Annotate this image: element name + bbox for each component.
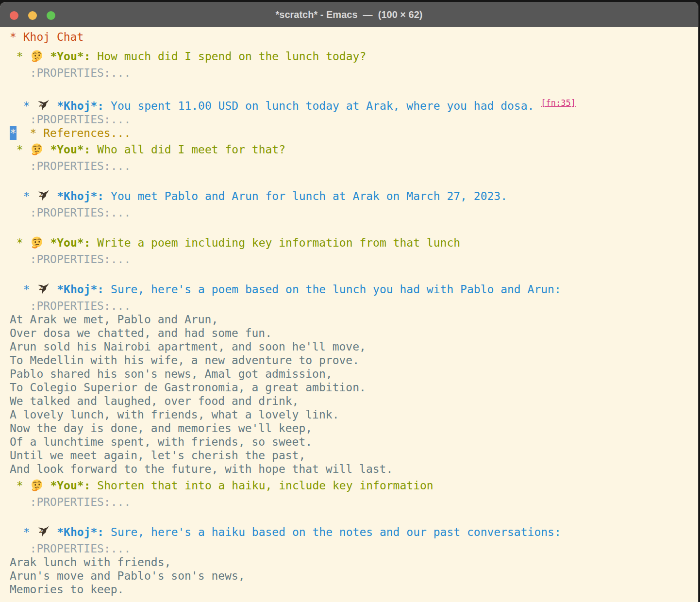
zoom-button[interactable] — [47, 11, 55, 20]
blank-line[interactable] — [10, 219, 698, 233]
text-segment: :PROPERTIES:... — [10, 113, 131, 126]
text-segment: :PROPERTIES:... — [10, 67, 131, 79]
eagle-emoji — [36, 189, 50, 202]
message-body-line[interactable]: Until we meet again, let's cherish the p… — [10, 449, 698, 462]
text-segment: :PROPERTIES:... — [10, 206, 131, 219]
khoj-message-heading[interactable]: * *Khoj*: You met Pablo and Arun for lun… — [10, 186, 698, 206]
text-segment: And look forward to the future, with hop… — [10, 463, 393, 475]
khoj-message-heading[interactable]: * *Khoj*: Sure, here's a haiku based on … — [10, 522, 698, 542]
text-segment: To Colegio Superior de Gastronomia, a gr… — [10, 381, 366, 394]
text-segment: :PROPERTIES:... — [10, 253, 131, 266]
text-segment: Arak lunch with friends, — [10, 556, 171, 569]
message-body-line[interactable]: Arun sold his Nairobi apartment, and soo… — [10, 340, 698, 353]
references-heading[interactable]: * * References... — [10, 126, 698, 140]
text-segment: We talked and laughed, over food and dri… — [10, 395, 299, 407]
close-button[interactable] — [10, 11, 18, 20]
text-segment: * — [10, 100, 36, 112]
message-body-line[interactable]: To Medellin with his wife, a new adventu… — [10, 353, 698, 367]
you-message-heading[interactable]: * *You*: Who all did I meet for that? — [10, 140, 698, 159]
text-segment: How much did I spend on the lunch today? — [91, 50, 367, 63]
properties-drawer-line[interactable]: :PROPERTIES:... — [10, 495, 698, 509]
properties-drawer-line[interactable]: :PROPERTIES:... — [10, 542, 698, 555]
footnote-link[interactable]: [fn:35] — [541, 98, 576, 108]
eagle-emoji — [36, 283, 50, 295]
blank-line[interactable] — [10, 266, 698, 280]
text-segment — [50, 100, 57, 112]
text-segment: Arun sold his Nairobi apartment, and soo… — [10, 340, 366, 353]
properties-drawer-line[interactable]: :PROPERTIES:... — [10, 206, 698, 219]
blank-line[interactable] — [10, 509, 698, 522]
message-body-line[interactable]: Arun's move and Pablo's son's news, — [10, 569, 698, 583]
blank-line[interactable] — [10, 173, 698, 186]
emacs-window: *scratch* - Emacs — (100 × 62) * Khoj Ch… — [0, 2, 699, 602]
minimize-button[interactable] — [28, 11, 37, 20]
you-message-heading[interactable]: * *You*: Write a poem including key info… — [10, 233, 698, 252]
message-body-line[interactable]: Arak lunch with friends, — [10, 555, 698, 569]
properties-drawer-line[interactable]: :PROPERTIES:... — [10, 113, 698, 126]
scratch-buffer[interactable]: * Khoj Chat * *You*: How much did I spen… — [0, 27, 698, 596]
message-body-line[interactable]: Now the day is done, and memories we'll … — [10, 421, 698, 435]
thinking-face-emoji — [30, 143, 44, 155]
khoj-speaker-label: *Khoj*: — [57, 100, 104, 112]
text-segment: To Medellin with his wife, a new adventu… — [10, 354, 359, 367]
text-segment: Of a lunchtime spent, with friends, so s… — [10, 435, 312, 448]
text-segment: Memories to keep. — [10, 583, 124, 596]
traffic-lights — [10, 11, 55, 20]
text-segment: * — [10, 50, 30, 63]
text-segment: You spent 11.00 USD on lunch today at Ar… — [104, 100, 534, 112]
eagle-emoji — [36, 99, 50, 112]
text-segment: * — [10, 479, 30, 492]
you-message-heading[interactable]: * *You*: Shorten that into a haiku, incl… — [10, 476, 698, 495]
message-body-line[interactable]: Pablo shared his son's news, Amal got ad… — [10, 367, 698, 381]
text-segment — [50, 190, 57, 202]
you-speaker-label: *You*: — [50, 143, 90, 156]
message-body-line[interactable]: A lovely lunch, with friends, what a lov… — [10, 408, 698, 421]
text-segment: * — [10, 526, 36, 538]
text-cursor: * — [10, 126, 17, 140]
text-segment: * — [10, 190, 36, 202]
eagle-emoji — [36, 525, 50, 538]
khoj-message-heading[interactable]: * *Khoj*: You spent 11.00 USD on lunch t… — [10, 93, 698, 113]
thinking-face-emoji — [30, 236, 44, 249]
thinking-face-emoji — [30, 479, 44, 491]
text-segment — [50, 283, 57, 296]
window-title: *scratch* - Emacs — (100 × 62) — [276, 9, 423, 20]
text-segment: Now the day is done, and memories we'll … — [10, 422, 312, 435]
blank-line[interactable] — [10, 80, 698, 93]
text-segment: You met Pablo and Arun for lunch at Arak… — [104, 190, 507, 202]
text-segment: :PROPERTIES:... — [10, 300, 131, 312]
properties-drawer-line[interactable]: :PROPERTIES:... — [10, 299, 698, 313]
message-body-line[interactable]: At Arak we met, Pablo and Arun, — [10, 313, 698, 326]
message-body-line[interactable]: Over dosa we chatted, and had some fun. — [10, 326, 698, 340]
text-segment: Sure, here's a haiku based on the notes … — [104, 526, 561, 538]
message-body-line[interactable]: Memories to keep. — [10, 583, 698, 596]
message-body-line[interactable]: We talked and laughed, over food and dri… — [10, 394, 698, 408]
message-body-line[interactable]: And look forward to the future, with hop… — [10, 462, 698, 476]
text-segment: * — [10, 143, 30, 156]
properties-drawer-line[interactable]: :PROPERTIES:... — [10, 159, 698, 173]
text-segment: * — [10, 283, 36, 296]
khoj-speaker-label: *Khoj*: — [57, 283, 104, 296]
you-message-heading[interactable]: * *You*: How much did I spend on the lun… — [10, 47, 698, 66]
text-segment: * References... — [30, 127, 131, 139]
title-bar: *scratch* - Emacs — (100 × 62) — [0, 2, 698, 27]
properties-drawer-line[interactable]: :PROPERTIES:... — [10, 66, 698, 80]
text-segment: :PROPERTIES:... — [10, 496, 131, 508]
message-body-line[interactable]: To Colegio Superior de Gastronomia, a gr… — [10, 381, 698, 394]
text-segment: Arun's move and Pablo's son's news, — [10, 569, 245, 582]
properties-drawer-line[interactable]: :PROPERTIES:... — [10, 252, 698, 266]
text-segment — [534, 100, 541, 112]
text-segment — [17, 127, 30, 139]
message-body-line[interactable]: Of a lunchtime spent, with friends, so s… — [10, 435, 698, 449]
text-segment — [44, 236, 50, 249]
khoj-speaker-label: *Khoj*: — [57, 190, 104, 202]
text-segment: Over dosa we chatted, and had some fun. — [10, 327, 272, 339]
you-speaker-label: *You*: — [50, 236, 90, 249]
khoj-message-heading[interactable]: * *Khoj*: Sure, here's a poem based on t… — [10, 280, 698, 299]
khoj-speaker-label: *Khoj*: — [57, 526, 104, 538]
you-speaker-label: *You*: — [50, 50, 90, 63]
text-segment: Write a poem including key information f… — [91, 236, 461, 249]
text-segment: Who all did I meet for that? — [91, 143, 286, 156]
thinking-face-emoji — [30, 50, 44, 62]
org-title-line[interactable]: * Khoj Chat — [10, 27, 698, 47]
